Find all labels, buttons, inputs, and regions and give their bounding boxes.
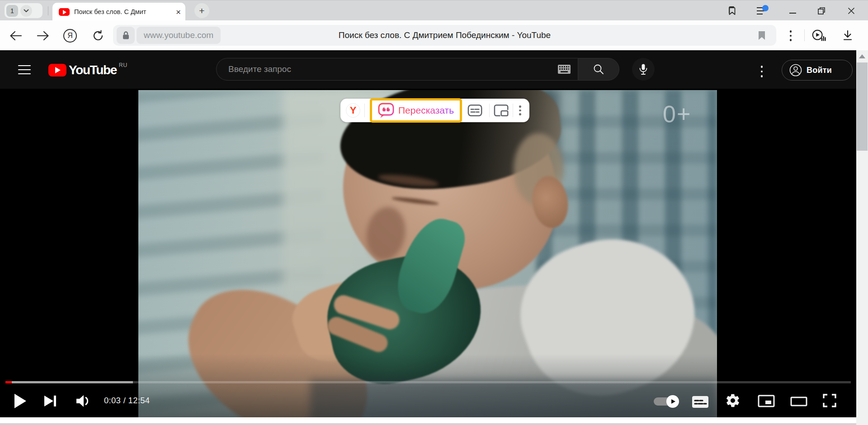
chevron-down-icon	[24, 9, 29, 13]
yandex-video-toolbar: Y Пересказать	[340, 99, 529, 122]
downloads-button[interactable]	[840, 28, 855, 43]
url-chip[interactable]: www.youtube.com	[137, 27, 221, 44]
volume-icon	[75, 394, 92, 408]
signin-button[interactable]: Войти	[782, 60, 853, 81]
yandex-y-icon[interactable]: Y	[346, 103, 360, 118]
fullscreen-icon	[822, 393, 837, 408]
subtitles-icon	[692, 396, 709, 408]
person-icon	[789, 64, 802, 76]
restore-button[interactable]	[811, 0, 832, 21]
close-window-button[interactable]	[841, 0, 862, 21]
volume-button[interactable]	[75, 394, 92, 408]
scrollbar-thumb[interactable]	[857, 62, 868, 151]
yandex-icon: Я	[63, 29, 77, 43]
back-icon	[9, 30, 23, 41]
kebab-menu-icon	[790, 30, 792, 41]
progress-bar[interactable]	[5, 381, 851, 383]
browser-toolbar: Я www.youtube.com Поиск без слов. С Дмит…	[0, 20, 868, 50]
reload-button[interactable]	[90, 28, 106, 43]
toolbar-menu-button[interactable]	[783, 28, 798, 43]
overlay-separator	[364, 104, 365, 117]
time-duration: 12:54	[128, 396, 150, 405]
age-rating-badge: 0+	[663, 100, 691, 128]
address-bar[interactable]: www.youtube.com Поиск без слов. С Дмитри…	[113, 25, 776, 46]
captions-overlay-button[interactable]	[467, 104, 482, 117]
side-panel-button[interactable]	[722, 0, 742, 21]
active-tab[interactable]: Поиск без слов. С Дмит ×	[52, 3, 185, 21]
minimize-icon	[789, 13, 796, 14]
bookmark-button[interactable]	[752, 27, 772, 44]
microphone-icon	[638, 63, 649, 75]
overlay-separator	[489, 104, 490, 117]
overlay-separator	[513, 104, 513, 117]
tab-list-button[interactable]	[20, 5, 32, 17]
new-tab-button[interactable]: +	[194, 3, 209, 18]
tab-count-badge[interactable]: 1	[6, 5, 18, 17]
tab-separator	[48, 6, 48, 15]
lock-icon	[122, 31, 130, 40]
page-scrollbar[interactable]	[856, 50, 868, 425]
summarize-label: Пересказать	[398, 105, 454, 116]
play-button[interactable]	[12, 392, 28, 410]
overlay-more-button[interactable]	[519, 105, 521, 115]
restore-icon	[817, 6, 826, 15]
quote-bubble-icon	[378, 103, 394, 118]
voice-search-button[interactable]	[632, 58, 655, 81]
media-play-icon	[811, 29, 826, 43]
tab-list-group[interactable]: 1	[5, 3, 42, 18]
youtube-logo-text: YouTube	[69, 62, 117, 78]
gear-icon	[725, 393, 741, 408]
guide-menu-button[interactable]	[18, 65, 31, 74]
youtube-region-label: RU	[119, 62, 127, 68]
scrollbar-up-arrow-icon[interactable]	[859, 54, 865, 58]
pip-overlay-button[interactable]	[494, 104, 509, 117]
autoplay-toggle[interactable]	[654, 396, 678, 406]
time-current: 0:03	[104, 396, 121, 405]
bookmarks-panel-icon	[726, 5, 737, 16]
window-bottom-edge	[0, 423, 868, 425]
search-input[interactable]	[217, 64, 558, 74]
time-separator: /	[121, 396, 128, 405]
tab-strip: 1 Поиск без слов. С Дмит × +	[0, 0, 868, 20]
fullscreen-button[interactable]	[822, 393, 837, 408]
subtitles-button[interactable]	[692, 396, 709, 408]
browser-menu-button[interactable]	[751, 0, 772, 21]
download-icon	[841, 29, 854, 42]
youtube-header: YouTube RU Вой	[0, 50, 856, 89]
notification-dot	[762, 5, 769, 11]
next-button[interactable]	[42, 393, 58, 409]
video-player[interactable]: Y Пересказать 0+	[0, 89, 856, 417]
site-security-chip[interactable]	[117, 27, 135, 44]
page-background-strip	[0, 417, 856, 423]
signin-label: Войти	[807, 66, 832, 75]
toolbar-separator	[804, 29, 805, 41]
keyboard-icon[interactable]	[558, 65, 571, 74]
forward-button[interactable]	[35, 28, 51, 43]
played-bar	[5, 381, 12, 383]
forward-icon	[36, 30, 50, 41]
summarize-button[interactable]: Пересказать	[370, 98, 462, 123]
theater-mode-button[interactable]	[790, 396, 807, 406]
youtube-logo[interactable]: YouTube RU	[48, 62, 127, 78]
buffered-bar	[5, 381, 133, 383]
video-frame[interactable]	[138, 90, 717, 417]
time-display: 0:03 / 12:54	[104, 396, 150, 406]
url-text: www.youtube.com	[137, 30, 221, 40]
search-button[interactable]	[578, 58, 619, 81]
youtube-play-icon	[48, 64, 66, 76]
minimize-button[interactable]	[782, 0, 803, 21]
yandex-services-button[interactable]: Я	[62, 28, 78, 43]
search-icon	[593, 63, 604, 75]
miniplayer-button[interactable]	[758, 395, 775, 407]
youtube-settings-menu-button[interactable]	[758, 65, 766, 83]
miniplayer-icon	[758, 395, 775, 407]
media-playback-button[interactable]	[811, 28, 826, 43]
settings-button[interactable]	[725, 393, 741, 408]
bookmark-icon	[758, 30, 766, 40]
close-icon	[847, 7, 855, 15]
search-box[interactable]	[216, 58, 578, 81]
next-icon	[42, 393, 58, 409]
back-button[interactable]	[8, 28, 24, 43]
youtube-favicon	[59, 8, 70, 16]
tab-close-icon[interactable]: ×	[176, 8, 181, 16]
